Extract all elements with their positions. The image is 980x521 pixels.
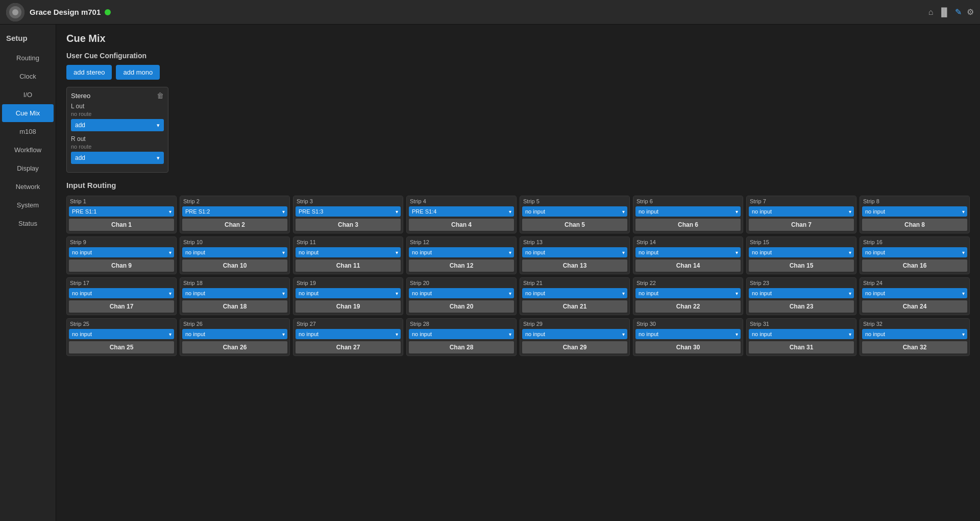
- strip-input-select-10[interactable]: no input: [182, 247, 287, 257]
- strip-input-select-4[interactable]: PRE S1:4: [409, 206, 514, 217]
- stereo-card: Stereo 🗑 L out no route add R out no rou…: [66, 87, 168, 173]
- delete-stereo-button[interactable]: 🗑: [157, 91, 164, 100]
- strip-input-select-9[interactable]: no input: [69, 247, 174, 257]
- strip-select-wrap-4[interactable]: PRE S1:4: [409, 206, 514, 217]
- sidebar-item-network[interactable]: Network: [2, 178, 54, 196]
- strip-input-select-26[interactable]: no input: [182, 329, 287, 339]
- strip-input-select-32[interactable]: no input: [862, 329, 967, 339]
- strip-select-wrap-27[interactable]: no input: [296, 329, 401, 339]
- strip-select-wrap-21[interactable]: no input: [522, 288, 627, 298]
- strip-select-wrap-32[interactable]: no input: [862, 329, 967, 339]
- strip-input-select-2[interactable]: PRE S1:2: [182, 206, 287, 217]
- strip-header-29: Strip 29: [520, 319, 629, 328]
- strip-select-wrap-24[interactable]: no input: [862, 288, 967, 298]
- strip-select-wrap-8[interactable]: no input: [862, 206, 967, 217]
- strip-input-select-8[interactable]: no input: [862, 206, 967, 217]
- strip-select-wrap-23[interactable]: no input: [749, 288, 854, 298]
- strip-select-wrap-16[interactable]: no input: [862, 247, 967, 257]
- strip-select-wrap-31[interactable]: no input: [749, 329, 854, 339]
- strip-input-select-31[interactable]: no input: [749, 329, 854, 339]
- strip-input-select-18[interactable]: no input: [182, 288, 287, 298]
- strip-input-select-17[interactable]: no input: [69, 288, 174, 298]
- strip-input-select-13[interactable]: no input: [522, 247, 627, 257]
- strip-select-wrap-7[interactable]: no input: [749, 206, 854, 217]
- strip-input-select-12[interactable]: no input: [409, 247, 514, 257]
- strip-select-wrap-9[interactable]: no input: [69, 247, 174, 257]
- strip-input-select-29[interactable]: no input: [522, 329, 627, 339]
- strip-input-select-30[interactable]: no input: [635, 329, 741, 339]
- strip-card-2: Strip 2PRE S1:2Chan 2: [180, 196, 290, 233]
- strip-input-select-15[interactable]: no input: [749, 247, 854, 257]
- strip-select-wrap-5[interactable]: no input: [522, 206, 627, 217]
- strip-input-select-21[interactable]: no input: [522, 288, 627, 298]
- sidebar-item-status[interactable]: Status: [2, 215, 54, 232]
- strip-select-wrap-13[interactable]: no input: [522, 247, 627, 257]
- strip-header-19: Strip 19: [293, 278, 403, 287]
- strip-select-wrap-11[interactable]: no input: [296, 247, 401, 257]
- strip-input-select-3[interactable]: PRE S1:3: [296, 206, 401, 217]
- sidebar-item-m108[interactable]: m108: [2, 123, 54, 140]
- strip-select-wrap-29[interactable]: no input: [522, 329, 627, 339]
- strip-input-select-6[interactable]: no input: [635, 206, 741, 217]
- strip-select-wrap-18[interactable]: no input: [182, 288, 287, 298]
- strip-select-wrap-2[interactable]: PRE S1:2: [182, 206, 287, 217]
- strip-header-31: Strip 31: [747, 319, 856, 328]
- strip-select-wrap-22[interactable]: no input: [635, 288, 741, 298]
- strip-select-wrap-3[interactable]: PRE S1:3: [296, 206, 401, 217]
- strip-input-select-11[interactable]: no input: [296, 247, 401, 257]
- sidebar-item-i/o[interactable]: I/O: [2, 86, 54, 104]
- strip-select-wrap-19[interactable]: no input: [296, 288, 401, 298]
- strip-select-wrap-30[interactable]: no input: [635, 329, 741, 339]
- strip-input-select-5[interactable]: no input: [522, 206, 627, 217]
- strip-card-11: Strip 11no inputChan 11: [293, 236, 403, 274]
- sidebar-item-routing[interactable]: Routing: [2, 49, 54, 67]
- sidebar-item-clock[interactable]: Clock: [2, 67, 54, 85]
- strip-header-2: Strip 2: [180, 196, 289, 205]
- strip-select-wrap-1[interactable]: PRE S1:1: [69, 206, 174, 217]
- settings-icon[interactable]: ⚙: [967, 7, 974, 17]
- strip-chan-18: Chan 18: [182, 300, 287, 313]
- strip-select-wrap-25[interactable]: no input: [69, 329, 174, 339]
- strip-select-wrap-12[interactable]: no input: [409, 247, 514, 257]
- strip-select-wrap-20[interactable]: no input: [409, 288, 514, 298]
- edit-icon[interactable]: ✎: [955, 7, 962, 17]
- strip-input-select-19[interactable]: no input: [296, 288, 401, 298]
- strip-select-wrap-14[interactable]: no input: [635, 247, 741, 257]
- strip-input-select-14[interactable]: no input: [635, 247, 741, 257]
- strip-input-select-23[interactable]: no input: [749, 288, 854, 298]
- strip-input-select-16[interactable]: no input: [862, 247, 967, 257]
- l-add-select[interactable]: add: [71, 119, 164, 131]
- strip-select-wrap-17[interactable]: no input: [69, 288, 174, 298]
- sidebar-item-cue-mix[interactable]: Cue Mix: [2, 104, 54, 122]
- strip-chan-3: Chan 3: [296, 219, 401, 231]
- l-add-dropdown-wrap[interactable]: add: [71, 119, 164, 131]
- sidebar-item-display[interactable]: Display: [2, 159, 54, 177]
- add-stereo-button[interactable]: add stereo: [66, 65, 112, 80]
- r-add-dropdown-wrap[interactable]: add: [71, 152, 164, 164]
- strip-input-select-27[interactable]: no input: [296, 329, 401, 339]
- strip-input-select-28[interactable]: no input: [409, 329, 514, 339]
- sidebar-item-workflow[interactable]: Workflow: [2, 141, 54, 159]
- home-icon[interactable]: ⌂: [928, 8, 934, 17]
- strip-input-select-1[interactable]: PRE S1:1: [69, 206, 174, 217]
- strip-input-select-24[interactable]: no input: [862, 288, 967, 298]
- strip-input-select-20[interactable]: no input: [409, 288, 514, 298]
- strip-select-wrap-10[interactable]: no input: [182, 247, 287, 257]
- strip-input-select-25[interactable]: no input: [69, 329, 174, 339]
- r-add-select[interactable]: add: [71, 152, 164, 164]
- strip-card-6: Strip 6no inputChan 6: [633, 196, 743, 233]
- strip-chan-22: Chan 22: [635, 300, 741, 313]
- strip-input-select-7[interactable]: no input: [749, 206, 854, 217]
- strip-select-wrap-15[interactable]: no input: [749, 247, 854, 257]
- strip-chan-8: Chan 8: [862, 219, 967, 231]
- strip-chan-27: Chan 27: [296, 341, 401, 353]
- sidebar-item-system[interactable]: System: [2, 196, 54, 214]
- meter-icon[interactable]: ▐▌: [938, 8, 950, 17]
- strip-chan-23: Chan 23: [749, 300, 854, 313]
- add-mono-button[interactable]: add mono: [116, 65, 160, 80]
- strip-select-wrap-6[interactable]: no input: [635, 206, 741, 217]
- strip-header-16: Strip 16: [860, 237, 969, 246]
- strip-select-wrap-28[interactable]: no input: [409, 329, 514, 339]
- strip-input-select-22[interactable]: no input: [635, 288, 741, 298]
- strip-select-wrap-26[interactable]: no input: [182, 329, 287, 339]
